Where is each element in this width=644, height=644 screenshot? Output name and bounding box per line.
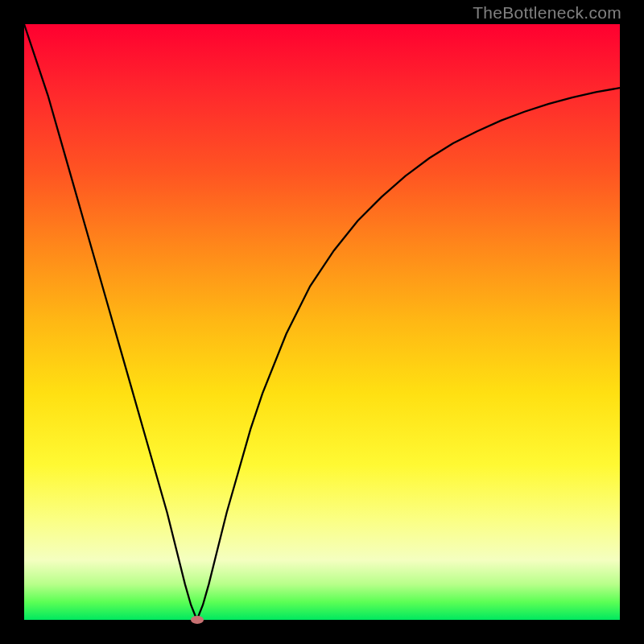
chart-frame: TheBottleneck.com xyxy=(0,0,644,644)
watermark-text: TheBottleneck.com xyxy=(473,3,621,23)
plot-area xyxy=(24,24,620,620)
curve-line xyxy=(24,24,620,620)
bottleneck-curve xyxy=(24,24,620,620)
minimum-marker xyxy=(191,616,204,624)
